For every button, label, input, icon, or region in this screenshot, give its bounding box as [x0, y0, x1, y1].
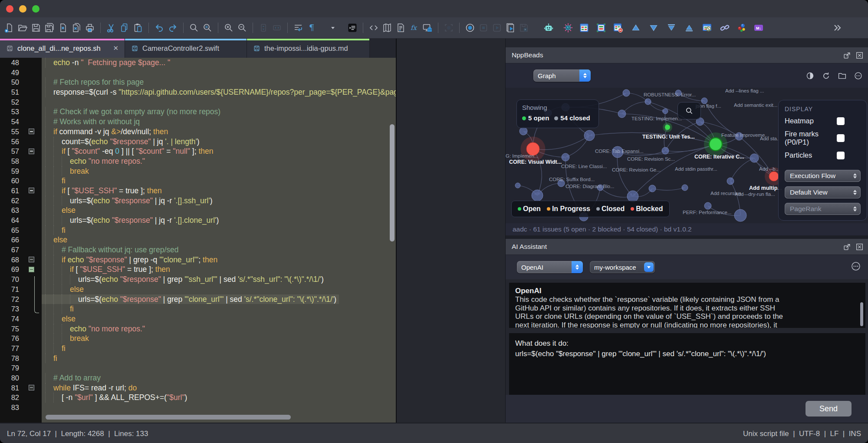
code-line-58[interactable]: 58echo "no more repos." [0, 156, 396, 166]
undo-button[interactable] [154, 22, 165, 33]
copy-button[interactable] [119, 22, 130, 33]
paste-button[interactable] [132, 22, 144, 33]
nppbeads-plugin-button[interactable] [736, 22, 747, 33]
tab-camera-controller[interactable]: CameraController2.swift [125, 39, 247, 58]
fold-marker[interactable] [29, 129, 34, 134]
close-all-button[interactable] [71, 22, 82, 33]
open-file-button[interactable] [17, 22, 28, 33]
compare-options-button[interactable] [701, 22, 713, 33]
code-line-70[interactable]: 70urls=$(echo "$response" | grep '"ssh_u… [0, 274, 396, 284]
editor-vertical-scrollbar[interactable] [390, 124, 395, 241]
run-macro-multiple-button[interactable] [505, 22, 516, 33]
code-line-63[interactable]: 63else [0, 205, 396, 215]
fold-marker[interactable] [29, 149, 34, 154]
code-line-48[interactable]: 48echo -n " Fetching page $page... " [0, 58, 396, 68]
record-macro-button[interactable] [464, 22, 476, 33]
code-line-75[interactable]: 75echo "no more repos." [0, 324, 396, 334]
code-line-62[interactable]: 62urls=$(echo "$response" | jq -r '.[].s… [0, 196, 396, 206]
code-line-68[interactable]: 68if echo "$response" | grep -q '"clone_… [0, 255, 396, 265]
code-line-78[interactable]: 78fi [0, 354, 396, 364]
markdown-plugin-button[interactable]: M↓ [753, 22, 764, 33]
checkbox[interactable] [837, 134, 845, 142]
word-wrap-button[interactable] [293, 22, 304, 33]
code-line-83[interactable]: 83 [0, 403, 396, 413]
more-options-icon[interactable] [854, 71, 863, 80]
response-scrollbar[interactable] [860, 302, 863, 326]
code-line-59[interactable]: 59break [0, 166, 396, 176]
sync-vertical-button[interactable] [258, 22, 269, 33]
print-button[interactable] [84, 22, 95, 33]
editor-horizontal-scrollbar[interactable] [46, 415, 291, 420]
code-line-80[interactable]: 80# Add to array [0, 373, 396, 383]
compare-clear-button[interactable] [612, 22, 624, 33]
close-icon[interactable] [855, 243, 864, 251]
prev-diff-button[interactable] [630, 22, 641, 33]
workspace-select[interactable]: my-workspace [590, 261, 655, 273]
run-external-button[interactable] [422, 22, 433, 33]
zoom-window-button[interactable] [32, 5, 39, 13]
assistant-response[interactable]: OpenAI This code checks whether the `res… [509, 283, 865, 328]
code-line-54[interactable]: 54# Works with or without jq [0, 117, 396, 127]
focus-mode-button[interactable] [443, 22, 454, 33]
issue-graph-area[interactable]: ROBUSTNESS: Error...Add --lines flag ...… [506, 88, 868, 223]
formula-button[interactable]: fx [408, 22, 420, 33]
fold-marker[interactable] [29, 188, 34, 193]
popout-icon[interactable] [843, 51, 851, 60]
ai-analyze-button[interactable]: AI [562, 22, 574, 33]
play-macro-button[interactable] [491, 22, 503, 33]
code-line-52[interactable]: 52 [0, 97, 396, 107]
display-select-execution-flow[interactable]: Execution Flow [785, 170, 861, 182]
save-button[interactable] [30, 22, 42, 33]
fold-marker[interactable] [29, 385, 34, 390]
stop-macro-button[interactable] [478, 22, 489, 33]
zoom-in-button[interactable] [223, 22, 234, 33]
code-line-82[interactable]: 82[ -n "$url" ] && ALL_REPOS+=("$url") [0, 393, 396, 403]
editor[interactable]: 48echo -n " Fetching page $page... "4950… [0, 58, 396, 423]
close-icon[interactable] [855, 51, 864, 60]
replace-button[interactable] [202, 22, 213, 33]
code-line-69[interactable]: 69if [ "$USE_SSH" = true ]; then [0, 264, 396, 274]
checkbox[interactable] [837, 152, 845, 159]
next-diff-button[interactable] [648, 22, 659, 33]
document-map-button[interactable] [381, 22, 393, 33]
tab-impossible-gpus[interactable]: the-impossi...idia-gpus.md [247, 39, 370, 58]
refresh-icon[interactable] [822, 71, 831, 80]
new-file-button[interactable] [3, 22, 15, 33]
graph-search-button[interactable] [677, 102, 701, 119]
find-button[interactable] [188, 22, 200, 33]
code-line-79[interactable]: 79 [0, 363, 396, 373]
tab-close-button[interactable]: ✕ [111, 44, 120, 52]
cut-button[interactable] [105, 22, 117, 33]
code-line-53[interactable]: 53# Check if we got an empty array (no m… [0, 107, 396, 117]
fold-marker[interactable] [29, 267, 34, 272]
link-plugin-button[interactable] [719, 22, 730, 33]
code-line-71[interactable]: 71else [0, 284, 396, 294]
code-line-76[interactable]: 76break [0, 334, 396, 344]
view-mode-select[interactable]: Graph [533, 69, 591, 82]
code-line-64[interactable]: 64urls=$(echo "$response" | jq -r '.[].c… [0, 215, 396, 225]
minimize-window-button[interactable] [19, 5, 26, 13]
code-line-66[interactable]: 66else [0, 235, 396, 245]
last-diff-button[interactable] [684, 22, 695, 33]
code-line-57[interactable]: 57if [ "$count" -eq 0 ] || [ "$count" = … [0, 146, 396, 156]
function-list-button[interactable] [395, 22, 406, 33]
fold-marker[interactable] [29, 257, 34, 262]
code-line-72[interactable]: 72urls=$(echo "$response" | grep '"clone… [0, 294, 396, 304]
folder-icon[interactable] [838, 71, 847, 80]
sync-horizontal-button[interactable] [271, 22, 283, 33]
display-select-default-view[interactable]: Default View [785, 186, 861, 198]
checkbox[interactable] [837, 117, 845, 125]
contrast-icon[interactable] [806, 71, 815, 80]
code-line-81[interactable]: 81while IFS= read -r url; do [0, 383, 396, 393]
ai-more-button[interactable] [851, 261, 861, 273]
toolbar-dropdown-button[interactable] [327, 22, 339, 33]
toolbar-overflow-button[interactable] [832, 22, 843, 33]
code-line-60[interactable]: 60fi [0, 176, 396, 186]
first-diff-button[interactable] [666, 22, 677, 33]
popout-icon[interactable] [843, 243, 851, 251]
redo-button[interactable] [167, 22, 178, 33]
tab-clone-all-repos[interactable]: clone_all_di...ne_repos.sh✕ [0, 39, 125, 58]
code-line-61[interactable]: 61if [ "$USE_SSH" = true ]; then [0, 186, 396, 196]
code-line-67[interactable]: 67# Fallback without jq: use grep/sed [0, 245, 396, 255]
provider-select[interactable]: OpenAI [517, 261, 583, 273]
